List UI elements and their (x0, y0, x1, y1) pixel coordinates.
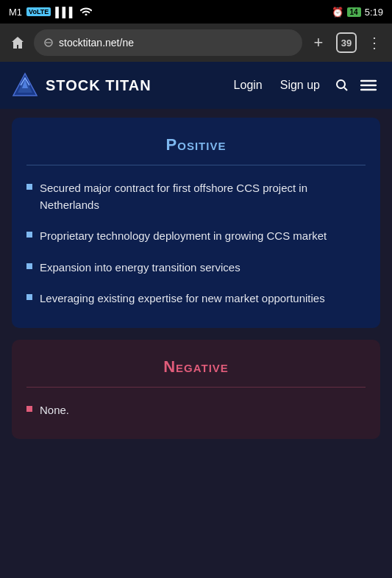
list-item: Proprietary technology deployment in gro… (26, 228, 366, 245)
home-button[interactable] (7, 32, 28, 53)
tabs-count-button[interactable]: 39 (336, 32, 357, 53)
svg-point-1 (46, 42, 48, 43)
login-link[interactable]: Login (227, 74, 270, 96)
bullet-icon (26, 232, 32, 238)
status-right: ⏰ 14 5:19 (332, 7, 383, 18)
bullet-icon (26, 406, 32, 412)
bullet-icon (26, 263, 32, 269)
positive-card: Positive Secured major contract for firs… (12, 118, 380, 328)
logo-icon (12, 72, 38, 99)
site-lock-icon (43, 37, 54, 49)
list-item: None. (26, 402, 366, 419)
negative-divider (26, 387, 366, 388)
positive-card-title: Positive (26, 135, 366, 154)
negative-bullet-list: None. (26, 402, 366, 419)
browser-menu-button[interactable]: ⋮ (364, 32, 385, 53)
logo-container[interactable]: STOCK TITAN (12, 72, 152, 99)
signup-link[interactable]: Sign up (273, 74, 327, 96)
list-item: Secured major contract for first offshor… (26, 180, 366, 213)
positive-item-2: Proprietary technology deployment in gro… (40, 228, 327, 245)
site-header: STOCK TITAN Login Sign up (0, 62, 392, 109)
positive-item-1: Secured major contract for first offshor… (40, 180, 366, 213)
negative-card: Negative None. (12, 340, 380, 440)
browser-chrome: stocktitan.net/ne + 39 ⋮ (0, 24, 392, 62)
list-item: Expansion into energy transition service… (26, 260, 366, 276)
bullet-icon (26, 294, 32, 300)
battery-badge: 14 (347, 7, 361, 17)
browser-actions: + 39 ⋮ (308, 32, 385, 53)
negative-item-1: None. (40, 402, 69, 419)
signal-icon: ▌▌▌ (55, 7, 76, 18)
hamburger-menu-button[interactable] (357, 74, 380, 97)
carrier-text: M1 (9, 7, 22, 18)
positive-divider (26, 165, 366, 165)
wifi-icon (80, 7, 92, 18)
negative-card-title: Negative (26, 357, 366, 377)
time-text: 5:19 (365, 7, 383, 18)
logo-text: STOCK TITAN (46, 77, 152, 94)
address-bar[interactable]: stocktitan.net/ne (34, 29, 302, 56)
list-item: Leveraging existing expertise for new ma… (26, 290, 366, 307)
positive-item-4: Leveraging existing expertise for new ma… (40, 290, 325, 307)
status-left: M1 VoLTE ▌▌▌ (9, 7, 92, 18)
positive-bullet-list: Secured major contract for first offshor… (26, 180, 366, 307)
svg-point-4 (337, 80, 345, 88)
alarm-icon: ⏰ (332, 7, 343, 18)
page-content: Positive Secured major contract for firs… (0, 109, 392, 454)
bullet-icon (26, 184, 32, 190)
search-button[interactable] (330, 74, 354, 97)
positive-item-3: Expansion into energy transition service… (40, 260, 240, 276)
new-tab-button[interactable]: + (308, 32, 329, 53)
volte-badge: VoLTE (26, 7, 51, 16)
status-bar: M1 VoLTE ▌▌▌ ⏰ 14 5:19 (0, 0, 392, 24)
header-nav: Login Sign up (227, 74, 380, 97)
address-text: stocktitan.net/ne (59, 37, 293, 49)
